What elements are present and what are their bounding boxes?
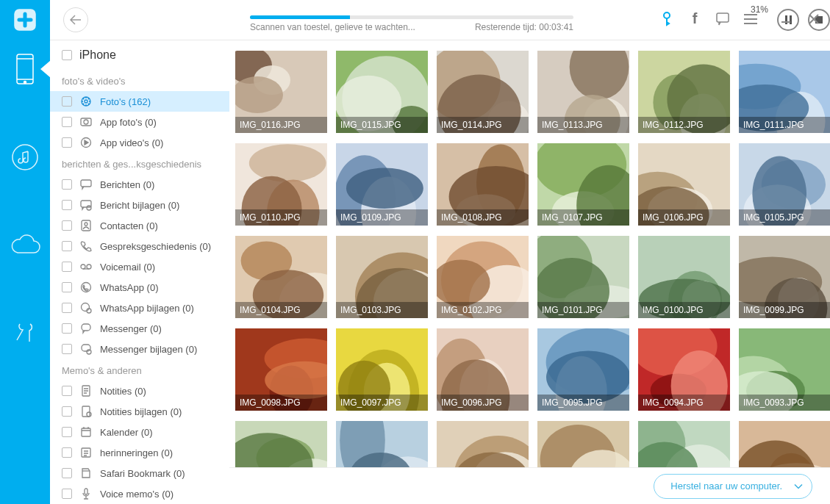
thumbnail[interactable]: IMG_0095.JPG	[537, 328, 629, 411]
checkbox[interactable]	[62, 323, 72, 334]
rail-tools[interactable]	[0, 304, 50, 363]
tree-item-reminders[interactable]: herinneringen (0)	[50, 442, 229, 463]
tree-label: Kalender (0)	[100, 427, 153, 438]
tree-item-msg_attach[interactable]: Bericht bijlagen (0)	[50, 195, 229, 215]
thumbnail[interactable]: IMG_0116.JPG	[235, 51, 327, 133]
checkbox[interactable]	[62, 262, 72, 272]
photos-icon	[79, 95, 93, 108]
svg-point-58	[249, 144, 326, 182]
back-button[interactable]	[63, 7, 88, 32]
svg-point-25	[87, 350, 91, 354]
calendar-icon	[79, 425, 93, 439]
tree-item-messages[interactable]: Berichten (0)	[50, 174, 229, 195]
checkbox[interactable]	[62, 303, 72, 313]
arrow-left-icon	[70, 15, 82, 25]
checkbox[interactable]	[62, 117, 72, 127]
minimize-button[interactable]	[779, 13, 793, 25]
safari-icon	[79, 467, 93, 480]
checkbox[interactable]	[62, 200, 72, 210]
checkbox[interactable]	[62, 427, 72, 437]
thumbnail[interactable]: IMG_0098.JPG	[235, 328, 327, 411]
thumbnail[interactable]: IMG_0111.JPG	[739, 51, 830, 133]
recover-button[interactable]: Herstel naar uw computer.	[654, 474, 812, 499]
tree-item-call_hist[interactable]: Gespreksgeschiedenis (0)	[50, 236, 229, 256]
thumbnail[interactable]: IMG_0110.JPG	[235, 143, 327, 226]
thumbnail[interactable]: IMG_0105.JPG	[739, 143, 830, 226]
tree-label: Messenger (0)	[100, 323, 162, 334]
tree-item-contacts[interactable]: Contacten (0)	[50, 215, 229, 236]
tree-item-app_videos[interactable]: App video's (0)	[50, 132, 229, 153]
thumbnail[interactable]: IMG_0089.JPG	[537, 421, 629, 467]
thumbnail[interactable]: IMG_0091.JPG	[336, 421, 428, 467]
tree-item-messenger[interactable]: Messenger (0)	[50, 318, 229, 339]
checkbox[interactable]	[62, 96, 72, 107]
thumbnail[interactable]: IMG_0102.JPG	[437, 236, 529, 318]
close-button[interactable]	[806, 13, 821, 25]
device-checkbox[interactable]	[62, 50, 72, 60]
tree-item-whatsapp[interactable]: WhatsApp (0)	[50, 277, 229, 298]
checkbox[interactable]	[62, 220, 72, 231]
thumbnail[interactable]: IMG_0113.JPG	[537, 51, 629, 133]
thumbnail[interactable]: IMG_0104.JPG	[235, 236, 327, 318]
tree-item-voice_memos[interactable]: Voice memo's (0)	[50, 483, 229, 504]
tree-item-photos[interactable]: Foto's (162)	[50, 91, 229, 112]
tree-item-messenger_att[interactable]: Messenger bijlagen (0)	[50, 339, 229, 359]
thumbnail[interactable]: IMG_0114.JPG	[437, 51, 529, 133]
tree-item-calendar[interactable]: Kalender (0)	[50, 422, 229, 442]
checkbox[interactable]	[62, 137, 72, 148]
checkbox[interactable]	[62, 241, 72, 251]
tree-label: App foto's (0)	[100, 117, 157, 128]
menu-icon[interactable]	[743, 14, 758, 24]
thumbnail[interactable]: IMG_0088.JPG	[638, 421, 730, 467]
thumbnail[interactable]: IMG_0109.JPG	[336, 143, 428, 226]
app_photos-icon	[79, 115, 93, 129]
thumbnail[interactable]: IMG_0115.JPG	[336, 51, 428, 133]
thumbnail[interactable]: IMG_0093.JPG	[739, 328, 830, 411]
checkbox[interactable]	[62, 406, 72, 417]
tree-item-notes[interactable]: Notities (0)	[50, 381, 229, 401]
thumbnail[interactable]: IMG_0100.JPG	[638, 236, 730, 318]
notes_att-icon	[79, 405, 93, 418]
thumbnail[interactable]: IMG_0101.JPG	[537, 236, 629, 318]
thumbnail-filename: IMG_0115.JPG	[336, 117, 428, 133]
facebook-icon[interactable]: f	[687, 10, 702, 27]
svg-point-28	[87, 412, 91, 417]
thumbnail[interactable]: IMG_0092.JPG	[235, 421, 327, 467]
device-row[interactable]: iPhone	[50, 40, 229, 70]
thumbnail-filename: IMG_0112.JPG	[638, 117, 730, 133]
thumbnail[interactable]: IMG_0094.JPG	[638, 328, 730, 411]
thumbnail[interactable]: IMG_0112.JPG	[638, 51, 730, 133]
tree-item-notes_att[interactable]: Notities bijlagen (0)	[50, 401, 229, 422]
thumbnail[interactable]: IMG_0107.JPG	[537, 143, 629, 226]
thumbnail[interactable]: IMG_0106.JPG	[638, 143, 730, 226]
tree-item-app_photos[interactable]: App foto's (0)	[50, 112, 229, 132]
tree-item-voicemail[interactable]: Voicemail (0)	[50, 256, 229, 277]
thumbnail[interactable]: IMG_0099.JPG	[739, 236, 830, 318]
rail-cloud[interactable]	[0, 216, 50, 275]
tree-item-safari[interactable]: Safari Bookmark (0)	[50, 463, 229, 483]
thumbnail[interactable]: IMG_0108.JPG	[437, 143, 529, 226]
thumbnail[interactable]: IMG_0087.JPG	[739, 421, 830, 467]
tree-label: Voicemail (0)	[100, 262, 155, 273]
thumbnail[interactable]: IMG_0096.JPG	[437, 328, 529, 411]
thumbnail[interactable]: IMG_0090.JPG	[437, 421, 529, 467]
tree-label: Gespreksgeschiedenis (0)	[100, 241, 211, 252]
checkbox[interactable]	[62, 386, 72, 396]
window-controls: f	[659, 10, 821, 27]
tree-label: Bericht bijlagen (0)	[100, 200, 179, 211]
feedback-icon[interactable]	[715, 12, 730, 26]
checkbox[interactable]	[62, 282, 72, 292]
thumbnail-filename: IMG_0104.JPG	[235, 302, 327, 318]
checkbox[interactable]	[62, 179, 72, 190]
thumbnail[interactable]: IMG_0097.JPG	[336, 328, 428, 411]
tree-item-whatsapp_att[interactable]: WhatsApp bijlagen (0)	[50, 298, 229, 318]
thumbnail-filename: IMG_0096.JPG	[437, 395, 529, 411]
checkbox[interactable]	[62, 489, 72, 499]
checkbox[interactable]	[62, 447, 72, 458]
key-icon[interactable]	[659, 12, 674, 26]
rail-device[interactable]	[0, 40, 50, 98]
checkbox[interactable]	[62, 468, 72, 478]
thumbnail[interactable]: IMG_0103.JPG	[336, 236, 428, 318]
rail-music[interactable]	[0, 128, 50, 187]
checkbox[interactable]	[62, 344, 72, 354]
